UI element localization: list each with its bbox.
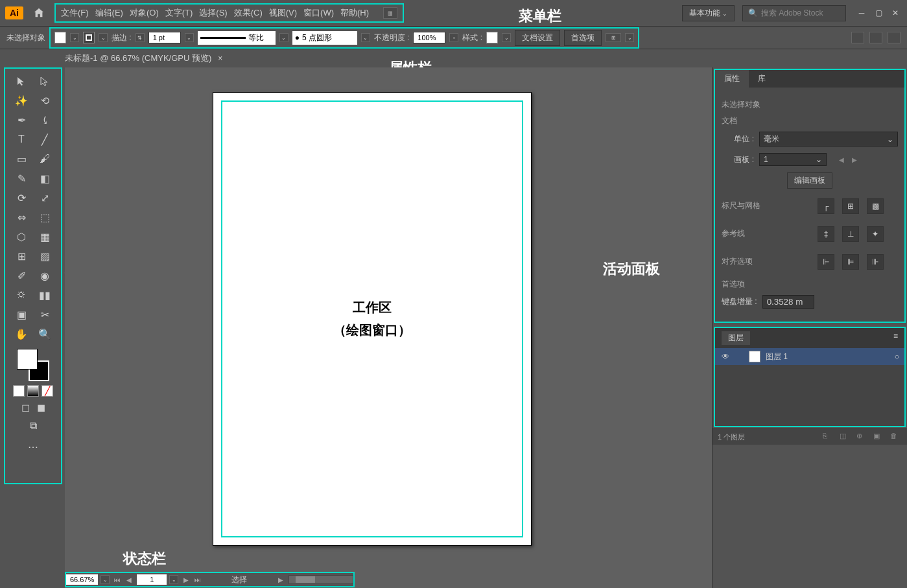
zoom-level[interactable]: 66.67%	[66, 574, 98, 585]
tab-libraries[interactable]: 库	[749, 70, 775, 88]
horizontal-scrollbar[interactable]	[289, 575, 353, 584]
scale-tool-icon[interactable]: ⤢	[35, 189, 54, 206]
ruler-icon[interactable]: ┌	[818, 198, 834, 214]
lasso-tool-icon[interactable]: ⟲	[35, 92, 54, 109]
layer-name[interactable]: 图层 1	[766, 351, 788, 362]
keyboard-increment-input[interactable]	[762, 295, 814, 309]
perspective-tool-icon[interactable]: ▦	[35, 228, 54, 245]
prev-artboard-nav-icon[interactable]: ◀	[124, 574, 134, 585]
screen-mode-icon[interactable]: ⧉	[23, 417, 43, 434]
menu-edit[interactable]: 编辑(E)	[95, 7, 123, 19]
stroke-weight-input[interactable]: 1 pt	[148, 32, 181, 43]
snap-grid-icon[interactable]: ⊪	[867, 254, 884, 270]
transparency-grid-icon[interactable]: ▩	[867, 198, 884, 214]
preferences-button[interactable]: 首选项	[564, 30, 602, 46]
lock-guides-icon[interactable]: ⊥	[842, 226, 859, 242]
locate-object-icon[interactable]: ⎘	[823, 432, 834, 442]
graphic-style-swatch[interactable]	[486, 32, 498, 43]
fill-stroke-swatches[interactable]	[17, 349, 49, 381]
paintbrush-tool-icon[interactable]: 🖌	[35, 150, 54, 167]
workspace-switcher[interactable]: 基本功能 ⌄	[682, 5, 735, 21]
fill-dropdown-icon[interactable]: ⌄	[70, 33, 79, 42]
pen-tool-icon[interactable]: ✒	[12, 112, 31, 128]
first-artboard-icon[interactable]: ⏮	[112, 574, 123, 585]
zoom-dropdown-icon[interactable]: ⌄	[100, 575, 110, 584]
new-layer-icon[interactable]: ▣	[873, 432, 885, 442]
tab-properties[interactable]: 属性	[715, 70, 749, 88]
grid-icon[interactable]: ⊞	[842, 198, 859, 214]
document-setup-button[interactable]: 文档设置	[515, 30, 560, 46]
menu-object[interactable]: 对象(O)	[130, 7, 159, 19]
last-artboard-icon[interactable]: ⏭	[193, 574, 203, 585]
canvas-area[interactable]: 工作区 （绘图窗口）	[65, 67, 713, 588]
menu-window[interactable]: 窗口(W)	[303, 7, 334, 19]
brush-preview[interactable]: ● 5 点圆形	[292, 31, 357, 45]
curvature-tool-icon[interactable]: ⤹	[35, 112, 54, 128]
artboard-nav-dropdown-icon[interactable]: ⌄	[169, 575, 178, 584]
symbol-sprayer-tool-icon[interactable]: ⛭	[12, 287, 31, 303]
rotate-tool-icon[interactable]: ⟳	[12, 189, 31, 206]
close-icon[interactable]: ✕	[889, 7, 902, 19]
panel-menu-icon[interactable]: ≡	[893, 331, 898, 345]
menu-help[interactable]: 帮助(H)	[340, 7, 369, 19]
target-icon[interactable]: ○	[895, 352, 899, 361]
stroke-stepper-icon[interactable]: ⇅	[135, 33, 145, 42]
document-tab[interactable]: 未标题-1 @ 66.67% (CMYK/GPU 预览)	[65, 53, 211, 64]
edit-toolbar-icon[interactable]: ⋯	[23, 438, 43, 455]
slice-tool-icon[interactable]: ✂	[35, 306, 54, 323]
stock-search[interactable]: 🔍 搜索 Adobe Stock	[742, 5, 846, 21]
stroke-profile[interactable]: 等比	[198, 31, 276, 45]
brush-dropdown-icon[interactable]: ⌄	[361, 33, 370, 42]
magic-wand-tool-icon[interactable]: ✨	[12, 92, 31, 109]
free-transform-tool-icon[interactable]: ⬚	[35, 209, 54, 226]
selection-tool-icon[interactable]	[12, 73, 31, 89]
new-sublayer-icon[interactable]: ⊕	[856, 432, 868, 442]
next-artboard-icon[interactable]: ▶	[850, 155, 859, 164]
transform-panel-icon[interactable]	[851, 32, 864, 43]
draw-normal-icon[interactable]: ◻	[19, 401, 32, 414]
stroke-weight-dropdown-icon[interactable]: ⌄	[185, 33, 194, 42]
blend-tool-icon[interactable]: ◉	[35, 267, 54, 284]
visibility-icon[interactable]: 👁	[720, 351, 731, 362]
fill-swatch[interactable]	[54, 32, 66, 43]
width-tool-icon[interactable]: ⇔	[12, 209, 31, 226]
zoom-tool-icon[interactable]: 🔍	[35, 325, 54, 342]
more-dropdown-icon[interactable]: ⌄	[625, 33, 634, 42]
artboard[interactable]: 工作区 （绘图窗口）	[213, 92, 532, 546]
shape-builder-tool-icon[interactable]: ⬡	[12, 228, 31, 245]
type-tool-icon[interactable]: T	[12, 131, 31, 148]
rectangle-tool-icon[interactable]: ▭	[12, 150, 31, 167]
line-tool-icon[interactable]: ╱	[35, 131, 54, 148]
menu-type[interactable]: 文字(T)	[165, 7, 193, 19]
menu-file[interactable]: 文件(F)	[61, 7, 89, 19]
artboard-number[interactable]: 1	[137, 574, 167, 585]
prev-artboard-icon[interactable]: ◀	[837, 155, 846, 164]
gradient-tool-icon[interactable]: ▨	[35, 248, 54, 265]
shape-panel-icon[interactable]	[888, 32, 901, 43]
align-panel-icon[interactable]	[869, 32, 882, 43]
eraser-tool-icon[interactable]: ◧	[35, 170, 54, 187]
home-icon[interactable]	[32, 6, 45, 19]
eyedropper-tool-icon[interactable]: ✐	[12, 267, 31, 284]
color-mode-icon[interactable]	[13, 385, 25, 397]
gradient-mode-icon[interactable]	[27, 385, 39, 397]
status-dropdown-icon[interactable]: ▶	[276, 574, 286, 585]
artboard-tool-icon[interactable]: ▣	[12, 306, 31, 323]
menu-select[interactable]: 选择(S)	[199, 7, 227, 19]
none-mode-icon[interactable]: ╱	[41, 385, 53, 397]
make-clipping-mask-icon[interactable]: ◫	[840, 432, 851, 442]
stroke-swatch[interactable]	[83, 32, 95, 43]
fill-color-icon[interactable]	[17, 349, 38, 370]
edit-artboard-button[interactable]: 编辑画板	[787, 172, 832, 189]
style-dropdown-icon[interactable]: ⌄	[502, 33, 511, 42]
draw-behind-icon[interactable]: ◼	[34, 401, 47, 414]
show-guides-icon[interactable]: ‡	[818, 226, 834, 242]
stroke-dropdown-icon[interactable]: ⌄	[99, 33, 108, 42]
direct-selection-tool-icon[interactable]	[35, 73, 54, 89]
tab-close-icon[interactable]: ×	[218, 54, 222, 63]
artboard-dropdown[interactable]: 1⌄	[759, 153, 827, 166]
snap-pixel-icon[interactable]: ⊩	[818, 254, 834, 270]
maximize-icon[interactable]: ▢	[872, 7, 885, 19]
profile-dropdown-icon[interactable]: ⌄	[279, 33, 289, 42]
smart-guides-icon[interactable]: ✦	[867, 226, 884, 242]
